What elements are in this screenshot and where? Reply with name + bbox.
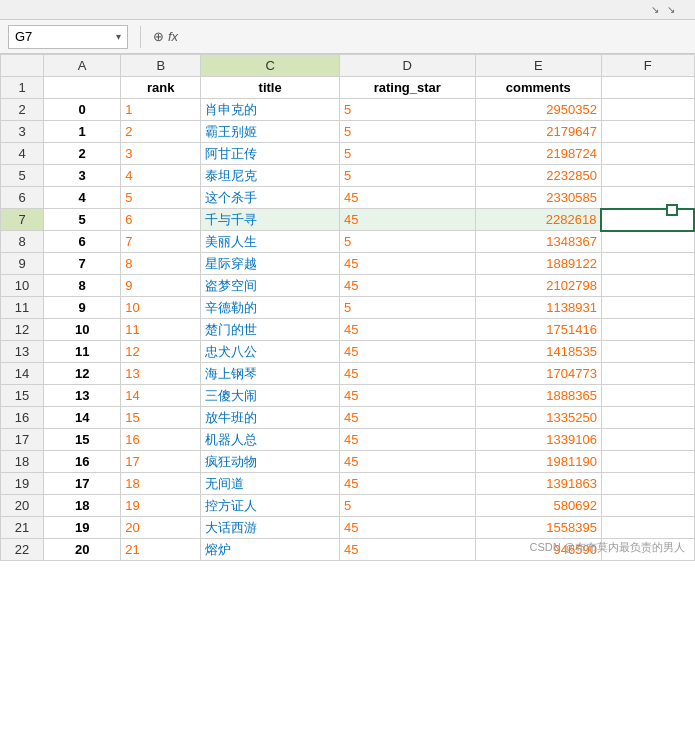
cell-rank[interactable]: 19 [121,495,201,517]
cell-title[interactable]: 盗梦空间 [201,275,340,297]
cell-comments[interactable]: 1335250 [475,407,601,429]
cell-rank[interactable]: 8 [121,253,201,275]
cell-rank[interactable]: 12 [121,341,201,363]
cell-f[interactable] [601,407,694,429]
cell-comments[interactable]: 2282618 [475,209,601,231]
cell-comments[interactable]: 1418535 [475,341,601,363]
cell-f[interactable] [601,297,694,319]
cell-index[interactable]: 7 [44,253,121,275]
cell-comments[interactable]: 2232850 [475,165,601,187]
cell-comments[interactable]: 1889122 [475,253,601,275]
table-row[interactable]: 201819控方证人5580692 [1,495,695,517]
cell-index[interactable]: 19 [44,517,121,539]
cell-title[interactable]: 忠犬八公 [201,341,340,363]
cell-rank[interactable]: 11 [121,319,201,341]
cell-index[interactable]: 2 [44,143,121,165]
cell-f[interactable] [601,209,694,231]
cell-reference-box[interactable]: G7 ▾ [8,25,128,49]
cell-comments[interactable]: 1391863 [475,473,601,495]
cell-f[interactable] [601,517,694,539]
cell-title[interactable]: 美丽人生 [201,231,340,253]
cell-title[interactable]: 泰坦尼克 [201,165,340,187]
cell-comments[interactable]: 1751416 [475,319,601,341]
cell-index[interactable]: 17 [44,473,121,495]
cell-index[interactable]: 18 [44,495,121,517]
cell-title[interactable]: 疯狂动物 [201,451,340,473]
cell-f[interactable] [601,363,694,385]
cell-comments[interactable]: 2179647 [475,121,601,143]
cell-f[interactable] [601,253,694,275]
cell-index[interactable]: 9 [44,297,121,319]
cell-f[interactable] [601,187,694,209]
cell-title[interactable]: 星际穿越 [201,253,340,275]
cell-index[interactable]: 5 [44,209,121,231]
cell-rank[interactable]: 15 [121,407,201,429]
cell-f[interactable] [601,495,694,517]
cell-title[interactable]: 这个杀手 [201,187,340,209]
cell-f[interactable] [601,451,694,473]
cell-rating[interactable]: 5 [340,495,476,517]
cell-title[interactable]: 霸王别姬 [201,121,340,143]
cell-rating[interactable]: 45 [340,451,476,473]
cell-rank[interactable]: 5 [121,187,201,209]
table-row[interactable]: 131112忠犬八公451418535 [1,341,695,363]
table-row[interactable]: 423阿甘正传52198724 [1,143,695,165]
cell-rank[interactable]: 16 [121,429,201,451]
table-row[interactable]: 121011楚门的世451751416 [1,319,695,341]
cell-rating[interactable]: 45 [340,319,476,341]
cell-f[interactable] [601,275,694,297]
cell-rating[interactable]: 45 [340,385,476,407]
cell-rating[interactable]: 45 [340,341,476,363]
cell-rating[interactable]: 5 [340,297,476,319]
cell-f[interactable] [601,165,694,187]
cell-rank[interactable]: 17 [121,451,201,473]
cell-index[interactable]: 4 [44,187,121,209]
cell-title[interactable]: 大话西游 [201,517,340,539]
cell-index[interactable]: 1 [44,121,121,143]
cell-comments[interactable]: 2198724 [475,143,601,165]
cell-rating[interactable]: 45 [340,429,476,451]
table-row[interactable]: 141213海上钢琴451704773 [1,363,695,385]
cell-comments[interactable]: 580692 [475,495,601,517]
cell-index[interactable]: 13 [44,385,121,407]
table-row[interactable]: 161415放牛班的451335250 [1,407,695,429]
cell-index[interactable]: 8 [44,275,121,297]
cell-comments[interactable]: 1558395 [475,517,601,539]
cell-f[interactable] [601,341,694,363]
cell-index[interactable]: 15 [44,429,121,451]
cell-rank[interactable]: 6 [121,209,201,231]
cell-rank[interactable]: 14 [121,385,201,407]
cell-rank[interactable]: 1 [121,99,201,121]
cell-f[interactable] [601,429,694,451]
table-row[interactable]: 211920大话西游451558395 [1,517,695,539]
cell-rank[interactable]: 7 [121,231,201,253]
cell-f[interactable] [601,99,694,121]
cell-index[interactable]: 11 [44,341,121,363]
table-row[interactable]: 756千与千寻452282618 [1,209,695,231]
cell-comments[interactable]: 1348367 [475,231,601,253]
cell-index[interactable]: 3 [44,165,121,187]
cell-title[interactable]: 阿甘正传 [201,143,340,165]
cell-index[interactable]: 10 [44,319,121,341]
cell-comments[interactable]: 2330585 [475,187,601,209]
cell-rank[interactable]: 9 [121,275,201,297]
cell-title[interactable]: 楚门的世 [201,319,340,341]
cell-rating[interactable]: 45 [340,473,476,495]
cell-rating[interactable]: 45 [340,407,476,429]
cell-title[interactable]: 三傻大闹 [201,385,340,407]
table-row[interactable]: 534泰坦尼克52232850 [1,165,695,187]
cell-rank[interactable]: 13 [121,363,201,385]
cell-title[interactable]: 海上钢琴 [201,363,340,385]
cell-f[interactable] [601,143,694,165]
cell-f[interactable] [601,319,694,341]
cell-comments[interactable]: 1981190 [475,451,601,473]
cell-comments[interactable]: 1888365 [475,385,601,407]
cell-comments[interactable]: 1339106 [475,429,601,451]
cell-rank[interactable]: 10 [121,297,201,319]
cell-comments[interactable]: 2950352 [475,99,601,121]
cell-rank[interactable]: 4 [121,165,201,187]
cell-title[interactable]: 肖申克的 [201,99,340,121]
cell-rating[interactable]: 45 [340,253,476,275]
cell-index[interactable]: 0 [44,99,121,121]
table-row[interactable]: 1ranktitlerating_starcomments [1,77,695,99]
